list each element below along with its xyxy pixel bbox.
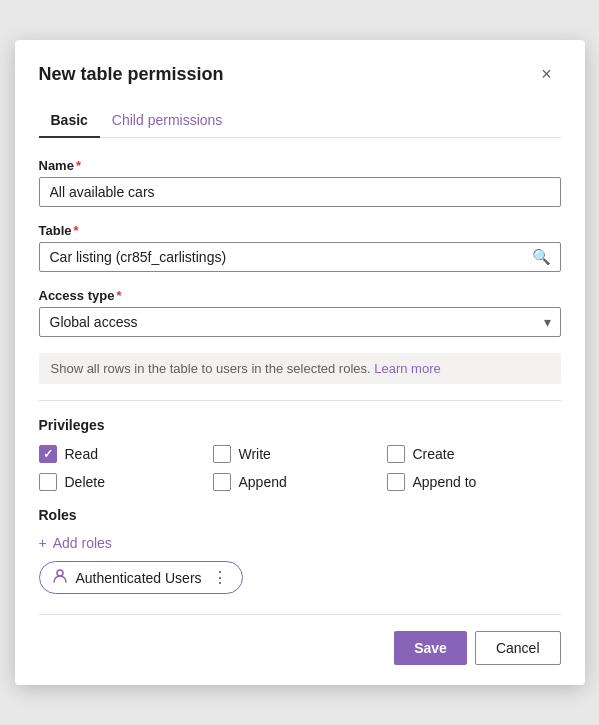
cancel-button[interactable]: Cancel xyxy=(475,631,561,665)
privilege-append[interactable]: Append xyxy=(213,473,387,491)
privilege-read-label: Read xyxy=(65,446,98,462)
divider-1 xyxy=(39,400,561,401)
access-type-group: Access type * Global access ▾ xyxy=(39,288,561,337)
name-label: Name * xyxy=(39,158,561,173)
privilege-write-label: Write xyxy=(239,446,271,462)
table-input-wrapper: 🔍 xyxy=(39,242,561,272)
role-chip-authenticated-users: Authenticated Users ⋮ xyxy=(39,561,243,594)
add-roles-label: Add roles xyxy=(53,535,112,551)
tab-child-permissions[interactable]: Child permissions xyxy=(100,104,234,138)
dialog-header: New table permission × xyxy=(39,60,561,88)
info-box: Show all rows in the table to users in t… xyxy=(39,353,561,384)
privilege-delete[interactable]: Delete xyxy=(39,473,213,491)
role-more-button[interactable]: ⋮ xyxy=(210,568,230,587)
required-indicator-access: * xyxy=(116,288,121,303)
checkbox-delete[interactable] xyxy=(39,473,57,491)
tab-bar: Basic Child permissions xyxy=(39,104,561,138)
name-field-group: Name * xyxy=(39,158,561,207)
checkbox-append-to[interactable] xyxy=(387,473,405,491)
privilege-write[interactable]: Write xyxy=(213,445,387,463)
privilege-delete-label: Delete xyxy=(65,474,105,490)
svg-point-0 xyxy=(57,570,63,576)
checkbox-read[interactable] xyxy=(39,445,57,463)
privileges-title: Privileges xyxy=(39,417,561,433)
new-table-permission-dialog: New table permission × Basic Child permi… xyxy=(15,40,585,685)
privileges-section: Privileges Read Write Create Delete xyxy=(39,417,561,491)
add-roles-button[interactable]: + Add roles xyxy=(39,535,112,551)
plus-icon: + xyxy=(39,535,47,551)
privilege-read[interactable]: Read xyxy=(39,445,213,463)
roles-list: Authenticated Users ⋮ xyxy=(39,561,561,594)
dialog-title: New table permission xyxy=(39,64,224,85)
name-input[interactable] xyxy=(39,177,561,207)
access-type-label: Access type * xyxy=(39,288,561,303)
dialog-footer: Save Cancel xyxy=(39,614,561,665)
roles-section: Roles + Add roles Authenticated Users ⋮ xyxy=(39,507,561,594)
learn-more-link[interactable]: Learn more xyxy=(374,361,440,376)
checkbox-write[interactable] xyxy=(213,445,231,463)
privileges-grid: Read Write Create Delete Append Append xyxy=(39,445,561,491)
user-icon xyxy=(52,568,68,587)
table-field-group: Table * 🔍 xyxy=(39,223,561,272)
privilege-create-label: Create xyxy=(413,446,455,462)
roles-title: Roles xyxy=(39,507,561,523)
access-type-select[interactable]: Global access xyxy=(39,307,561,337)
privilege-append-to-label: Append to xyxy=(413,474,477,490)
close-button[interactable]: × xyxy=(533,60,561,88)
privilege-append-label: Append xyxy=(239,474,287,490)
search-icon: 🔍 xyxy=(532,248,551,266)
save-button[interactable]: Save xyxy=(394,631,467,665)
privilege-create[interactable]: Create xyxy=(387,445,561,463)
table-label: Table * xyxy=(39,223,561,238)
role-name-authenticated-users: Authenticated Users xyxy=(76,570,202,586)
table-input[interactable] xyxy=(39,242,561,272)
checkbox-create[interactable] xyxy=(387,445,405,463)
tab-basic[interactable]: Basic xyxy=(39,104,100,138)
required-indicator-table: * xyxy=(74,223,79,238)
checkbox-append[interactable] xyxy=(213,473,231,491)
required-indicator: * xyxy=(76,158,81,173)
privilege-append-to[interactable]: Append to xyxy=(387,473,561,491)
access-type-select-wrapper: Global access ▾ xyxy=(39,307,561,337)
